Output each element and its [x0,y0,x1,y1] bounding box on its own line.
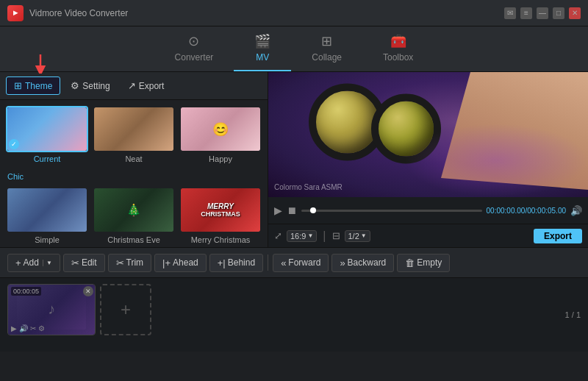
theme-item-christmas-eve[interactable]: 🎄 Christmas Eve [93,187,175,244]
timeline: ♪ 00:00:05 ✕ ▶ 🔊 ✂ ⚙ + 1 / 1 [0,278,588,352]
add-label: Add [24,257,39,268]
theme-label-current: Current [34,154,61,163]
theme-item-current[interactable]: ✓ Current [6,106,88,163]
theme-label-neat: Neat [125,154,142,163]
maximize-button[interactable]: □ [553,7,564,19]
timeline-page-info: 1 / 1 [565,310,581,319]
menu-button[interactable]: ≡ [520,7,532,19]
tab-mv[interactable]: 🎬 MV [234,27,291,71]
setting-gear-icon: ⚙ [71,80,79,91]
theme-label-merry-christmas: Merry Christmas [191,235,251,244]
export-button[interactable]: Export [534,229,582,243]
tab-toolbox[interactable]: 🧰 Toolbox [362,27,434,71]
close-button[interactable]: ✕ [569,7,581,19]
add-dropdown-arrow[interactable]: ▼ [43,260,52,266]
tab-collage[interactable]: ⊞ Collage [291,27,362,71]
page-value: 1/2 [348,232,359,241]
edit-small-icon: ⚙ [38,324,45,332]
bottom-toolbar: + Add ▼ ✂ Edit ✂ Trim |+ Ahead +| Behind… [0,247,588,278]
timeline-item-duration: 00:00:05 [11,287,41,296]
timeline-item-close[interactable]: ✕ [83,286,93,296]
page-chevron: ▼ [361,232,367,239]
plus-icon: + [121,299,131,320]
forward-button[interactable]: « Forward [273,254,329,272]
video-actions: ⤢ 16:9 ▼ | ⊟ 1/2 ▼ Export [268,224,588,247]
play-small-icon: ▶ [11,324,17,332]
aspect-ratio-value: 16:9 [290,232,306,241]
collage-icon: ⊞ [321,33,332,49]
page-dropdown[interactable]: 1/2 ▼ [345,230,370,242]
backward-icon: » [340,257,345,268]
themes-grid: ✓ Current Neat 😊 Happy Ch [0,100,268,247]
theme-thumb-merry-christmas: MERRY CHRISTMAS [179,187,262,233]
add-icon: + [15,257,21,268]
timeline-add-button[interactable]: + [100,284,151,335]
app-title: Vidmore Video Converter [29,8,504,18]
video-content [268,72,588,197]
theme-item-simple[interactable]: Simple [6,187,88,244]
cut-small-icon: ✂ [30,324,36,332]
aspect-ratio-dropdown[interactable]: 16:9 ▼ [287,230,317,242]
theme-item-happy[interactable]: 😊 Happy [179,106,262,163]
resize-icon: ⤢ [274,230,282,241]
setting-button[interactable]: ⚙ Setting [63,77,117,94]
theme-thumb-happy: 😊 [179,106,262,152]
progress-dot [310,207,316,213]
behind-icon: +| [218,257,226,268]
edit-button[interactable]: ✂ Edit [63,254,105,272]
forward-label: Forward [288,257,320,268]
timeline-item-controls: ▶ 🔊 ✂ ⚙ [11,324,45,332]
chic-label: Chic [7,172,24,181]
edit-label: Edit [82,257,97,268]
aspect-ratio-chevron: ▼ [307,232,313,239]
add-button[interactable]: + Add ▼ [7,254,60,272]
theme-thumb-christmas-eve: 🎄 [93,187,175,233]
ahead-icon: |+ [162,257,171,268]
theme-button[interactable]: ⊞ Theme [6,76,60,95]
export-icon: ↗ [128,80,136,91]
tab-converter[interactable]: ⊙ Converter [154,27,234,71]
theme-thumb-neat [93,106,175,152]
tab-mv-label: MV [256,52,269,63]
stop-button[interactable]: ⏹ [287,204,297,216]
app-logo: ▶ [7,5,24,21]
trim-icon: ✂ [116,257,124,268]
empty-label: Empty [417,257,442,268]
behind-label: Behind [228,257,255,268]
theme-label: Theme [25,81,52,91]
ahead-label: Ahead [173,257,198,268]
export-button-sub[interactable]: ↗ Export [121,77,172,94]
play-button[interactable]: ▶ [274,204,282,216]
theme-thumb-simple [6,187,88,233]
volume-small-icon: 🔊 [19,324,28,332]
theme-item-neat[interactable]: Neat [93,106,175,163]
tab-toolbox-label: Toolbox [383,52,413,63]
behind-button[interactable]: +| Behind [209,254,263,272]
message-button[interactable]: ✉ [504,7,516,19]
timeline-item[interactable]: ♪ 00:00:05 ✕ ▶ 🔊 ✂ ⚙ [7,284,96,335]
video-bg-glow [404,124,588,197]
ahead-button[interactable]: |+ Ahead [154,254,207,272]
empty-button[interactable]: 🗑 Empty [397,254,450,272]
tab-converter-label: Converter [175,52,214,63]
theme-grid-icon: ⊞ [14,80,22,91]
minimize-button[interactable]: — [537,7,548,19]
layout-icon: ⊟ [332,230,340,241]
theme-item-merry-christmas[interactable]: MERRY CHRISTMAS Merry Christmas [179,187,262,244]
theme-thumb-current: ✓ [6,106,88,152]
main-content: ⊞ Theme ⚙ Setting ↗ Export ✓ Current [0,72,588,247]
backward-button[interactable]: » Backward [331,254,394,272]
theme-label-happy: Happy [209,154,232,163]
left-panel: ⊞ Theme ⚙ Setting ↗ Export ✓ Current [0,72,268,247]
chic-section: Chic [6,168,262,182]
edit-icon: ✂ [71,257,79,268]
sub-toolbar: ⊞ Theme ⚙ Setting ↗ Export [0,72,268,100]
right-panel: Colormo Sara ASMR ▶ ⏹ 00:00:00.00/00:00:… [268,72,588,247]
trim-button[interactable]: ✂ Trim [108,254,152,272]
toolbox-icon: 🧰 [390,33,406,49]
theme-selected-check: ✓ [9,139,19,149]
tab-collage-label: Collage [312,52,342,63]
progress-bar[interactable] [301,210,482,212]
tab-bar: ⊙ Converter 🎬 MV ⊞ Collage 🧰 Toolbox [0,26,588,72]
volume-button[interactable]: 🔊 [570,205,582,216]
